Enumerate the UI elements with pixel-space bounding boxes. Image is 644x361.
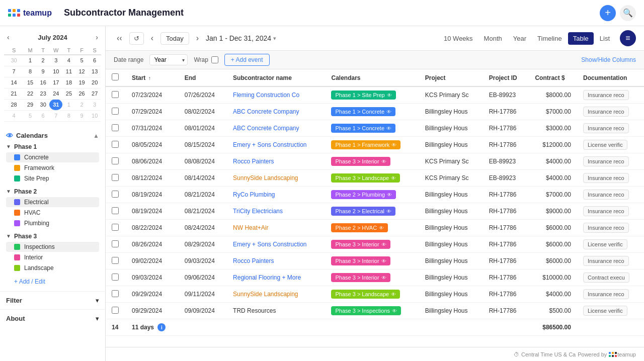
row-subcontractor[interactable]: SunnySide Landscaping bbox=[227, 170, 325, 187]
row-subcontractor[interactable]: Regional Flooring + More bbox=[227, 269, 325, 286]
row-subcontractor[interactable]: Rocco Painters bbox=[227, 253, 325, 269]
cal-day[interactable]: 4 bbox=[4, 110, 24, 121]
row-checkbox[interactable] bbox=[112, 174, 119, 181]
row-checkbox[interactable] bbox=[112, 290, 119, 297]
cal-day[interactable]: 8 bbox=[62, 110, 75, 121]
add-event-header-button[interactable]: + bbox=[600, 5, 616, 21]
sidebar-item-hvac[interactable]: HVAC bbox=[6, 208, 99, 218]
phase3-header[interactable]: ▼ Phase 3 bbox=[6, 231, 99, 241]
subcontractor-link[interactable]: Rocco Painters bbox=[233, 257, 274, 264]
row-subcontractor[interactable]: Rocco Painters bbox=[227, 153, 325, 170]
cal-day[interactable]: 4 bbox=[62, 55, 75, 66]
col-project-id[interactable]: Project ID bbox=[483, 69, 529, 86]
subcontractor-link[interactable]: ABC Concrete Company bbox=[233, 125, 299, 132]
cal-day[interactable]: 30 bbox=[37, 99, 50, 110]
cal-prev-button[interactable]: ‹ bbox=[4, 32, 13, 42]
cal-day[interactable]: 31 bbox=[49, 99, 62, 110]
subcontractor-link[interactable]: SunnySide Landscaping bbox=[233, 291, 298, 298]
row-checkbox[interactable] bbox=[112, 240, 119, 247]
col-start[interactable]: Start ↑ bbox=[126, 69, 179, 86]
cal-day[interactable]: 27 bbox=[88, 88, 101, 99]
today-button[interactable]: Today bbox=[160, 32, 189, 45]
row-subcontractor[interactable]: SunnySide Landscaping bbox=[227, 286, 325, 303]
wrap-checkbox[interactable] bbox=[211, 56, 218, 63]
cal-day[interactable]: 8 bbox=[24, 66, 37, 77]
row-subcontractor[interactable]: RyCo Plumbing bbox=[227, 187, 325, 203]
cal-day[interactable]: 10 bbox=[49, 66, 62, 77]
cal-day[interactable]: 20 bbox=[88, 77, 101, 88]
sidebar-item-electrical[interactable]: Electrical bbox=[6, 197, 99, 207]
cal-day[interactable]: 1 bbox=[62, 99, 75, 110]
sidebar-item-siteprep[interactable]: Site Prep bbox=[6, 173, 99, 184]
view-10weeks-button[interactable]: 10 Weeks bbox=[439, 32, 478, 45]
view-table-button[interactable]: Table bbox=[568, 32, 594, 45]
sidebar-item-concrete[interactable]: Concrete bbox=[6, 152, 99, 162]
row-checkbox[interactable] bbox=[112, 257, 119, 264]
select-all-checkbox[interactable] bbox=[112, 73, 119, 80]
row-subcontractor[interactable]: ABC Concrete Company bbox=[227, 120, 325, 137]
view-list-button[interactable]: List bbox=[595, 32, 615, 45]
cal-day[interactable]: 26 bbox=[75, 88, 89, 99]
subcontractor-link[interactable]: NW Heat+Air bbox=[233, 224, 268, 231]
subcontractor-link[interactable]: TRD Resources bbox=[233, 307, 276, 314]
sidebar-item-landscape[interactable]: Landscape bbox=[6, 263, 99, 273]
sidebar-item-interior[interactable]: Interior bbox=[6, 252, 99, 262]
row-checkbox[interactable] bbox=[112, 124, 119, 131]
subcontractor-link[interactable]: ABC Concrete Company bbox=[233, 108, 299, 115]
phase1-header[interactable]: ▼ Phase 1 bbox=[6, 142, 99, 152]
cal-day[interactable]: 29 bbox=[24, 99, 37, 110]
subcontractor-link[interactable]: Emery + Sons Construction bbox=[233, 141, 306, 148]
row-checkbox[interactable] bbox=[112, 207, 119, 214]
subcontractor-link[interactable]: TriCity Electricians bbox=[233, 208, 283, 215]
subcontractor-link[interactable]: Rocco Painters bbox=[233, 158, 274, 165]
toolbar-back-button[interactable]: ‹ bbox=[148, 33, 156, 44]
subcontractor-link[interactable]: RyCo Plumbing bbox=[233, 191, 275, 198]
row-checkbox[interactable] bbox=[112, 224, 119, 231]
toolbar-forward-button[interactable]: › bbox=[193, 33, 202, 44]
cal-day[interactable]: 5 bbox=[75, 55, 89, 66]
subcontractor-link[interactable]: Fleming Construction Co bbox=[233, 92, 299, 99]
col-end[interactable]: End bbox=[179, 69, 227, 86]
cal-day[interactable]: 6 bbox=[37, 110, 50, 121]
view-timeline-button[interactable]: Timeline bbox=[532, 32, 567, 45]
phase2-header[interactable]: ▼ Phase 2 bbox=[6, 187, 99, 197]
cal-day[interactable]: 2 bbox=[37, 55, 50, 66]
cal-day[interactable]: 5 bbox=[24, 110, 37, 121]
cal-day[interactable]: 7 bbox=[4, 66, 24, 77]
cal-day[interactable]: 10 bbox=[88, 110, 101, 121]
cal-day[interactable]: 28 bbox=[4, 99, 24, 110]
cal-day[interactable]: 13 bbox=[88, 66, 101, 77]
row-checkbox[interactable] bbox=[112, 141, 119, 148]
cal-day[interactable]: 7 bbox=[49, 110, 62, 121]
refresh-button[interactable]: ↺ bbox=[129, 32, 144, 45]
cal-day[interactable]: 30 bbox=[4, 55, 24, 66]
show-hide-columns-link[interactable]: Show/Hide Columns bbox=[581, 56, 636, 63]
row-checkbox[interactable] bbox=[112, 274, 119, 281]
cal-day[interactable]: 14 bbox=[4, 77, 24, 88]
view-month-button[interactable]: Month bbox=[479, 32, 507, 45]
cal-day[interactable]: 6 bbox=[88, 55, 101, 66]
cal-day[interactable]: 9 bbox=[37, 66, 50, 77]
row-checkbox[interactable] bbox=[112, 91, 119, 98]
row-subcontractor[interactable]: NW Heat+Air bbox=[227, 220, 325, 236]
row-subcontractor[interactable]: Emery + Sons Construction bbox=[227, 137, 325, 153]
subcontractor-link[interactable]: Regional Flooring + More bbox=[233, 274, 301, 281]
col-calendars[interactable]: Calendars bbox=[325, 69, 419, 86]
cal-next-button[interactable]: › bbox=[93, 32, 101, 42]
cal-day[interactable]: 1 bbox=[24, 55, 37, 66]
sidebar-item-inspections[interactable]: Inspections bbox=[6, 242, 99, 252]
cal-day[interactable]: 15 bbox=[24, 77, 37, 88]
add-edit-link[interactable]: + Add / Edit bbox=[6, 276, 99, 287]
sidebar-item-plumbing[interactable]: Plumbing bbox=[6, 218, 99, 228]
cal-day[interactable]: 19 bbox=[75, 77, 89, 88]
search-button[interactable]: 🔍 bbox=[620, 5, 636, 21]
view-year-button[interactable]: Year bbox=[508, 32, 531, 45]
subcontractor-link[interactable]: Emery + Sons Construction bbox=[233, 241, 306, 248]
row-checkbox[interactable] bbox=[112, 157, 119, 164]
col-contract[interactable]: Contract $ bbox=[529, 69, 577, 86]
col-subcontractor[interactable]: Subcontractor name bbox=[227, 69, 325, 86]
filter-accordion[interactable]: Filter ▾ bbox=[0, 291, 105, 309]
cal-day[interactable]: 21 bbox=[4, 88, 24, 99]
sidebar-item-framework[interactable]: Framework bbox=[6, 163, 99, 173]
row-checkbox[interactable] bbox=[112, 191, 119, 198]
